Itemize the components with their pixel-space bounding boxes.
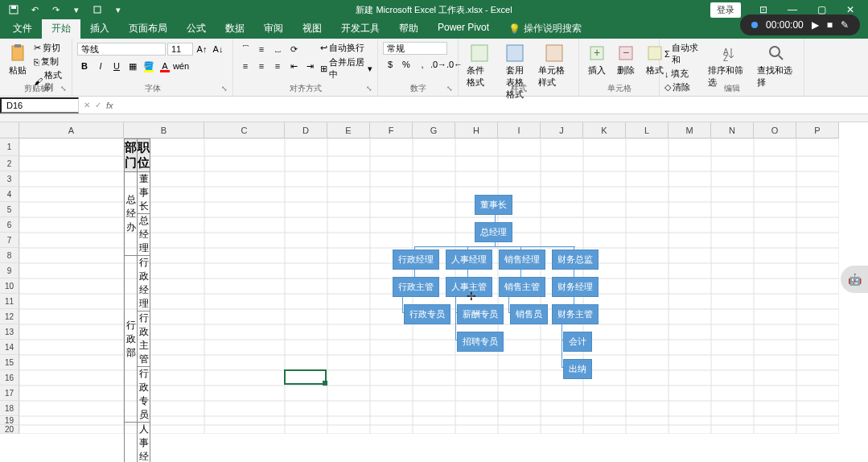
col-header-E[interactable]: E <box>327 122 370 138</box>
cut-button[interactable]: ✂剪切 <box>34 42 67 54</box>
col-header-P[interactable]: P <box>796 122 839 138</box>
dept-cell[interactable]: 行政部 <box>125 256 138 423</box>
org-node-n2[interactable]: 总经理 <box>475 222 512 242</box>
row-header-13[interactable]: 13 <box>0 324 19 340</box>
comma-icon[interactable]: , <box>415 57 430 72</box>
delete-cells-button[interactable]: −删除 <box>613 42 639 78</box>
conditional-format-button[interactable]: 条件格式 <box>463 42 496 90</box>
org-node-n8[interactable]: 人事主管 <box>446 277 492 297</box>
row-header-7[interactable]: 7 <box>0 233 19 248</box>
align-right-icon[interactable]: ≡ <box>270 59 285 73</box>
row-header-9[interactable]: 9 <box>0 263 19 278</box>
org-node-n17[interactable]: 出纳 <box>563 359 592 379</box>
role-cell[interactable]: 董事长 <box>138 172 150 214</box>
tab-公式[interactable]: 公式 <box>177 19 216 39</box>
org-node-n1[interactable]: 董事长 <box>475 195 512 215</box>
tell-me-search[interactable]: 💡 操作说明搜索 <box>499 19 591 39</box>
org-node-n6[interactable]: 财务总监 <box>552 250 599 270</box>
org-node-n5[interactable]: 销售经理 <box>499 250 545 270</box>
org-node-n13[interactable]: 销售员 <box>510 304 548 324</box>
row-header-15[interactable]: 15 <box>0 355 19 370</box>
org-node-n12[interactable]: 薪酬专员 <box>457 304 504 324</box>
org-node-n10[interactable]: 财务经理 <box>552 277 599 297</box>
tab-帮助[interactable]: 帮助 <box>389 19 428 39</box>
qat-more-icon[interactable]: ▾ <box>71 4 82 15</box>
role-cell[interactable]: 行政专员 <box>138 367 150 423</box>
col-header-N[interactable]: N <box>711 122 754 138</box>
org-chart[interactable]: 董事长总经理行政经理人事经理销售经理财务总监行政主管人事主管销售主管财务经理行政… <box>378 195 619 380</box>
col-header-O[interactable]: O <box>754 122 796 138</box>
save-icon[interactable] <box>8 4 19 15</box>
col-header-B[interactable]: B <box>124 122 204 138</box>
row-header-5[interactable]: 5 <box>0 202 19 217</box>
paste-button[interactable]: 粘贴 <box>5 42 31 78</box>
italic-icon[interactable]: I <box>93 59 108 73</box>
assistant-bubble-icon[interactable]: 🤖 <box>841 266 868 293</box>
row-header-8[interactable]: 8 <box>0 248 19 263</box>
org-node-n11[interactable]: 行政专员 <box>404 304 450 324</box>
col-header-G[interactable]: G <box>413 122 455 138</box>
row-header-6[interactable]: 6 <box>0 217 19 233</box>
enter-formula-icon[interactable]: ✓ <box>95 101 101 109</box>
col-header-M[interactable]: M <box>668 122 711 138</box>
org-node-n3[interactable]: 行政经理 <box>393 250 439 270</box>
tab-插入[interactable]: 插入 <box>80 19 119 39</box>
row-header-2[interactable]: 2 <box>0 156 19 171</box>
dept-cell[interactable]: 人事部 <box>125 423 138 463</box>
autosum-button[interactable]: Σ自动求和 <box>664 42 701 66</box>
tab-审阅[interactable]: 审阅 <box>254 19 293 39</box>
col-header-D[interactable]: D <box>285 122 327 138</box>
org-node-n15[interactable]: 招聘专员 <box>457 332 504 352</box>
touch-mode-icon[interactable] <box>92 4 103 15</box>
col-header-K[interactable]: K <box>583 122 626 138</box>
alignment-launcher-icon[interactable]: ⤡ <box>366 85 376 94</box>
phonetic-icon[interactable]: wén <box>174 59 188 73</box>
edit-icon[interactable]: ✎ <box>841 19 849 31</box>
col-header-F[interactable]: F <box>370 122 413 138</box>
wrap-text-button[interactable]: ↩自动换行 <box>320 42 372 54</box>
decrease-indent-icon[interactable]: ⇤ <box>286 59 301 73</box>
redo-icon[interactable]: ↷ <box>50 4 61 15</box>
select-all-button[interactable] <box>0 122 19 138</box>
recording-timer[interactable]: 00:00:00 ▶ ■ ✎ <box>740 14 860 35</box>
tab-Power Pivot[interactable]: Power Pivot <box>428 19 499 39</box>
number-format-select[interactable] <box>383 42 447 55</box>
col-header-I[interactable]: I <box>498 122 541 138</box>
decrease-font-icon[interactable]: A↓ <box>211 42 225 56</box>
role-cell[interactable]: 行政经理 <box>138 256 150 311</box>
insert-cells-button[interactable]: +插入 <box>584 42 610 78</box>
font-launcher-icon[interactable]: ⤡ <box>221 85 231 94</box>
stop-icon[interactable]: ■ <box>827 19 833 31</box>
role-cell[interactable]: 行政主管 <box>138 311 150 367</box>
tab-开发工具[interactable]: 开发工具 <box>331 19 389 39</box>
row-header-11[interactable]: 11 <box>0 294 19 309</box>
border-icon[interactable]: ▦ <box>125 59 140 73</box>
clipboard-launcher-icon[interactable]: ⤡ <box>60 85 70 94</box>
tab-数据[interactable]: 数据 <box>216 19 254 39</box>
align-center-icon[interactable]: ≡ <box>254 59 269 73</box>
dept-cell[interactable]: 总经办 <box>125 172 138 256</box>
cell-styles-button[interactable]: 单元格样式 <box>535 42 574 90</box>
col-header-A[interactable]: A <box>19 122 124 138</box>
underline-icon[interactable]: U <box>109 59 124 73</box>
merge-center-button[interactable]: ⊞合并后居中▾ <box>320 56 372 80</box>
row-header-14[interactable]: 14 <box>0 340 19 355</box>
number-launcher-icon[interactable]: ⤡ <box>446 85 456 94</box>
fill-color-icon[interactable]: 🪣 <box>142 59 156 73</box>
increase-decimal-icon[interactable]: .0→ <box>431 57 446 72</box>
orientation-icon[interactable]: ⟳ <box>286 42 301 56</box>
tab-文件[interactable]: 文件 <box>3 19 42 39</box>
col-header-C[interactable]: C <box>204 122 285 138</box>
align-bottom-icon[interactable]: ⎵ <box>270 42 285 56</box>
role-cell[interactable]: 人事经理 <box>138 423 150 463</box>
row-header-16[interactable]: 16 <box>0 370 19 386</box>
font-color-icon[interactable]: A <box>158 59 172 73</box>
font-size-select[interactable] <box>167 43 193 56</box>
name-box[interactable] <box>0 97 79 113</box>
row-header-20[interactable]: 20 <box>0 425 19 434</box>
row-header-10[interactable]: 10 <box>0 278 19 294</box>
login-button[interactable]: 登录 <box>710 2 741 18</box>
increase-indent-icon[interactable]: ⇥ <box>302 59 317 73</box>
org-node-n9[interactable]: 销售主管 <box>499 277 545 297</box>
fx-icon[interactable]: fx <box>106 101 113 110</box>
